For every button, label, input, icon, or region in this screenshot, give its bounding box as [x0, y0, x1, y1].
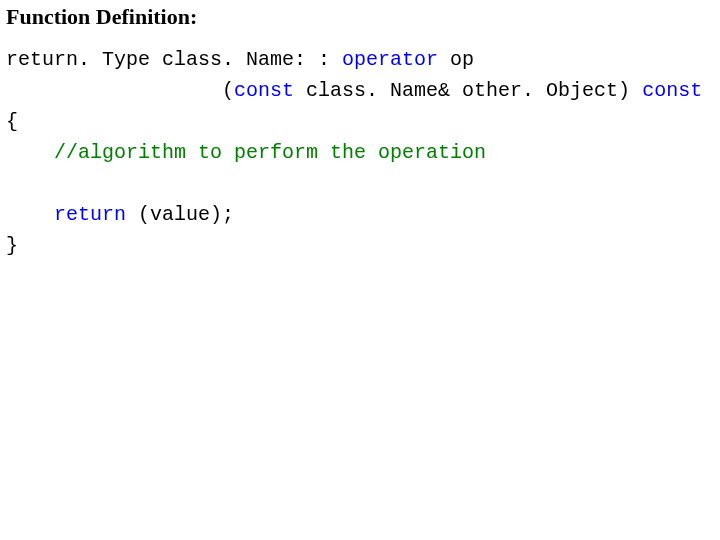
title-colon: :	[190, 4, 197, 29]
title-bold: Function Definition	[6, 4, 190, 29]
code-line-2-mid: class. Name& other. Object)	[294, 79, 642, 102]
keyword-const-1: const	[234, 79, 294, 102]
code-line-6-rest: (value);	[126, 203, 234, 226]
code-line-4-pad	[6, 141, 54, 164]
comment-line: //algorithm to perform the operation	[54, 141, 486, 164]
code-line-1b: op	[438, 48, 474, 71]
code-line-7: }	[6, 234, 18, 257]
keyword-operator: operator	[342, 48, 438, 71]
keyword-const-2: const	[642, 79, 702, 102]
code-line-6-pad	[6, 203, 54, 226]
slide: Function Definition: return. Type class.…	[0, 0, 720, 265]
code-block: return. Type class. Name: : operator op …	[6, 44, 714, 261]
page-title: Function Definition:	[6, 4, 714, 30]
code-line-3: {	[6, 110, 18, 133]
code-line-1a: return. Type class. Name: :	[6, 48, 342, 71]
keyword-return: return	[54, 203, 126, 226]
code-line-2-pad: (	[6, 79, 234, 102]
